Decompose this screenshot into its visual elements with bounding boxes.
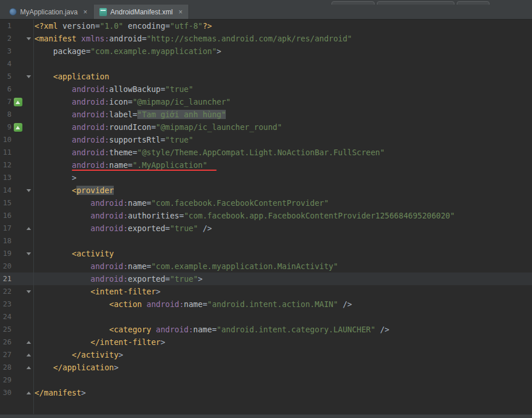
code-line[interactable]: 28 </application> — [0, 361, 532, 374]
code-line[interactable]: 6 android:allowBackup="true" — [0, 83, 532, 95]
code-line[interactable]: 17 android:exported="true" /> — [0, 222, 532, 235]
code-text: <manifest xmlns:android="http://schemas.… — [33, 32, 532, 45]
token-str: "utf-8" — [170, 21, 203, 30]
drawable-preview-icon[interactable] — [14, 123, 22, 132]
code-line[interactable]: 11 android:theme="@style/Theme.AppCompat… — [0, 146, 532, 159]
token-punct: = — [147, 198, 151, 208]
line-number: 19 — [0, 247, 11, 260]
fold-open-icon[interactable] — [26, 252, 31, 255]
code-line[interactable]: 13 > — [0, 171, 532, 184]
code-text: android:roundIcon="@mipmap/ic_launcher_r… — [33, 121, 532, 133]
line-number: 2 — [0, 32, 11, 45]
fold-close-icon[interactable] — [26, 341, 31, 344]
token-attr: name — [184, 300, 203, 309]
code-line[interactable]: 24 — [0, 310, 532, 323]
code-line[interactable]: 30</manifest> — [0, 386, 532, 399]
code-line[interactable]: 23 <action android:name="android.intent.… — [0, 298, 532, 310]
code-line[interactable]: 4 — [0, 57, 532, 70]
code-line[interactable]: 9 android:roundIcon="@mipmap/ic_launcher… — [0, 121, 532, 133]
fold-close-icon[interactable] — [26, 354, 31, 356]
token-plain — [34, 47, 53, 56]
toolbar-strip — [0, 0, 532, 5]
code-line[interactable]: 14 <provider — [0, 184, 532, 197]
line-number: 4 — [0, 57, 11, 70]
token-ns: android: — [91, 224, 128, 233]
line-number: 26 — [0, 336, 11, 348]
line-number: 1 — [0, 20, 11, 32]
error-underline: android:name=".MyApplication" — [72, 159, 207, 171]
fold-open-icon[interactable] — [26, 290, 31, 293]
tab-myapplication-java[interactable]: MyApplication.java × — [3, 5, 94, 19]
token-str: "com.example.myapplication" — [91, 47, 217, 56]
fold-open-icon[interactable] — [26, 37, 31, 40]
code-line[interactable]: 15 android:name="com.facebook.FacebookCo… — [0, 197, 532, 209]
code-text: </application> — [33, 361, 532, 374]
close-tab-icon[interactable]: × — [83, 9, 87, 16]
token-attr: name — [128, 262, 147, 271]
code-line[interactable]: 21 android:exported="true"> — [0, 273, 532, 285]
token-ns: android: — [156, 325, 193, 334]
code-text: <provider — [33, 184, 532, 197]
token-ns: android: — [72, 110, 109, 119]
token-tag: <activity — [34, 249, 114, 258]
token-plain — [34, 224, 91, 233]
token-str: "true" — [165, 85, 194, 94]
token-punct: /> — [198, 224, 212, 233]
tab-label: MyApplication.java — [20, 8, 78, 16]
token-punct: > — [81, 388, 86, 397]
fold-close-icon[interactable] — [26, 366, 31, 369]
code-line[interactable]: 5 <application — [0, 70, 532, 83]
code-line[interactable]: 10 android:supportsRtl="true" — [0, 133, 532, 146]
android-studio-window: MyApplication.java × AndroidManifest.xml… — [0, 0, 532, 418]
token-str: "true" — [170, 224, 198, 233]
line-number: 12 — [0, 159, 11, 171]
code-text: </manifest> — [33, 386, 532, 399]
code-line[interactable]: 7 android:icon="@mipmap/ic_launcher" — [0, 95, 532, 108]
token-attr: exported — [128, 224, 165, 233]
line-number: 27 — [0, 348, 11, 361]
token-attr: version — [63, 21, 95, 30]
code-text: android:theme="@style/Theme.AppCompat.Li… — [33, 146, 532, 159]
code-line[interactable]: 25 <category android:name="android.inten… — [0, 323, 532, 336]
token-str: ".MyApplication" — [133, 160, 207, 170]
code-line[interactable]: 19 <activity — [0, 247, 532, 260]
token-ns: android: — [91, 211, 128, 220]
token-punct: > — [114, 363, 118, 372]
fold-open-icon[interactable] — [26, 75, 31, 78]
code-line[interactable]: 20 android:name="com.example.myapplicati… — [0, 260, 532, 273]
fold-close-icon[interactable] — [26, 392, 31, 394]
line-number: 28 — [0, 361, 11, 374]
code-text: <intent-filter> — [33, 285, 532, 298]
code-text: </intent-filter> — [33, 336, 532, 348]
fold-close-icon[interactable] — [26, 227, 31, 230]
code-line[interactable]: 8 android:label="Tam giới anh hùng" — [0, 108, 532, 121]
code-line[interactable]: 2<manifest xmlns:android="http://schemas… — [0, 32, 532, 45]
code-line[interactable]: 16 android:authorities="com.facebook.app… — [0, 209, 532, 222]
token-ns: xmlns: — [81, 34, 109, 43]
close-tab-icon[interactable]: × — [179, 9, 183, 16]
token-tag: </application — [34, 363, 114, 372]
token-tag: <action — [34, 300, 147, 309]
token-punct: = — [165, 21, 170, 30]
fold-open-icon[interactable] — [26, 189, 31, 192]
tab-androidmanifest-xml[interactable]: AndroidManifest.xml × — [94, 5, 189, 19]
token-attr: exported — [128, 274, 165, 283]
code-line[interactable]: 12 android:name=".MyApplication" — [0, 159, 532, 171]
code-line[interactable]: 27 </activity> — [0, 348, 532, 361]
code-line[interactable]: 22 <intent-filter> — [0, 285, 532, 298]
line-number: 20 — [0, 260, 11, 273]
token-punct: = — [86, 47, 90, 56]
code-line[interactable]: 3 package="com.example.myapplication"> — [0, 45, 532, 57]
line-number: 25 — [0, 323, 11, 336]
code-text: <category android:name="android.intent.c… — [33, 323, 532, 336]
code-editor[interactable]: 1<?xml version="1.0" encoding="utf-8"?>2… — [0, 20, 532, 414]
token-ns: android: — [72, 135, 109, 144]
code-text: <?xml version="1.0" encoding="utf-8"?> — [33, 20, 532, 32]
code-line[interactable]: 29 — [0, 374, 532, 386]
code-line[interactable]: 18 — [0, 235, 532, 247]
code-text: android:supportsRtl="true" — [33, 133, 532, 146]
code-line[interactable]: 26 </intent-filter> — [0, 336, 532, 348]
drawable-preview-icon[interactable] — [14, 98, 22, 106]
code-line[interactable]: 1<?xml version="1.0" encoding="utf-8"?> — [0, 20, 532, 32]
line-number: 11 — [0, 146, 11, 159]
